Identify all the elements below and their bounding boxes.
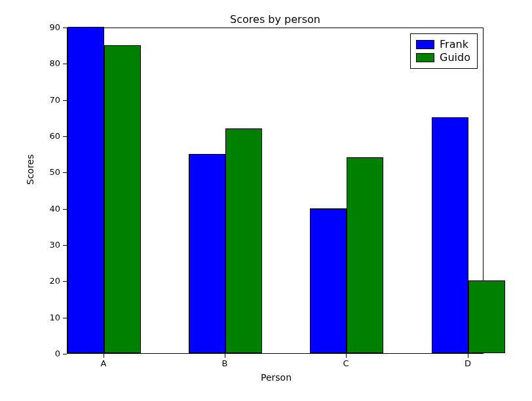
ytick — [63, 28, 67, 28]
xtick — [346, 354, 347, 358]
legend-item-guido: Guido — [416, 51, 470, 64]
legend-swatch-frank — [416, 40, 434, 49]
ytick-label: 60 — [47, 132, 60, 141]
ytick — [63, 318, 67, 318]
xtick-label: D — [465, 359, 471, 368]
chart-root: Scores by person Frank Guido — [0, 0, 532, 401]
ytick — [63, 64, 67, 64]
legend: Frank Guido — [410, 33, 478, 69]
bar-frank-b — [189, 154, 225, 353]
ytick-label: 70 — [47, 96, 60, 105]
ytick-label: 80 — [47, 59, 60, 68]
legend-label-guido: Guido — [440, 51, 470, 64]
ytick — [63, 281, 67, 282]
chart-title: Scores by person — [230, 13, 320, 26]
ytick — [63, 172, 67, 173]
xtick — [468, 354, 468, 358]
bar-guido-c — [347, 157, 383, 353]
bar-frank-c — [310, 208, 347, 353]
xtick-label: A — [101, 359, 107, 368]
ytick-label: 40 — [47, 204, 60, 214]
ytick — [63, 354, 67, 354]
legend-label-frank: Frank — [440, 38, 468, 51]
legend-item-frank: Frank — [416, 38, 470, 51]
xtick-label: B — [222, 359, 228, 368]
ytick-label: 50 — [47, 168, 60, 177]
bar-frank-d — [432, 117, 468, 353]
ytick — [63, 245, 67, 246]
bar-frank-a — [67, 27, 104, 353]
bar-guido-d — [468, 280, 505, 353]
ytick-label: 10 — [47, 313, 60, 322]
ytick — [63, 136, 67, 137]
xtick — [104, 354, 104, 358]
ytick-label: 30 — [47, 240, 60, 250]
bar-guido-b — [225, 128, 262, 353]
plot-area: Frank Guido — [67, 28, 484, 354]
legend-swatch-guido — [416, 53, 434, 62]
ytick — [63, 209, 67, 210]
ytick-label: 90 — [47, 23, 60, 32]
ytick — [63, 100, 67, 101]
y-axis-title: Scores — [25, 154, 35, 185]
ytick-label: 20 — [47, 277, 60, 286]
x-axis-title: Person — [261, 372, 292, 383]
ytick-label: 0 — [47, 349, 60, 358]
bar-guido-a — [104, 45, 141, 353]
xtick-label: C — [343, 359, 349, 368]
xtick — [225, 354, 225, 358]
